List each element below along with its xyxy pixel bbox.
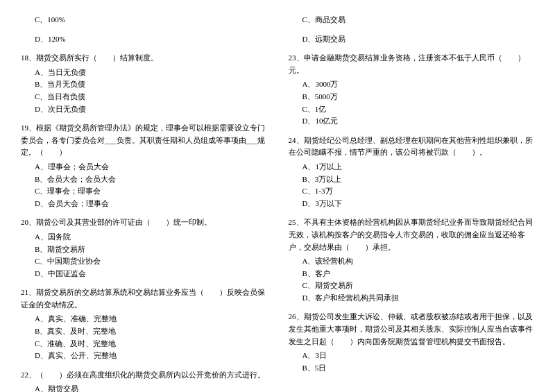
right-column: C、商品交易 D、远期交易 23、申请金融期货交易结算业务资格，注册资本不低于人… [281, 14, 535, 392]
q24-option-d: D、3万以下 [289, 198, 535, 210]
q19-option-c: C、理事会；理事会 [21, 185, 267, 198]
question-19-text: 19、根据《期货交易所管理办法》的规定，理事会可以根据需要设立专门委员会，各专门… [21, 122, 267, 159]
q19-option-d: D、会员大会；理事会 [21, 198, 267, 210]
question-19: 19、根据《期货交易所管理办法》的规定，理事会可以根据需要设立专门委员会，各专门… [21, 122, 267, 210]
q22-option-a: A、期货交易 [21, 383, 267, 392]
q23-option-d: D、10亿元 [289, 115, 535, 128]
question-20: 20、期货公司及其营业部的许可证由（ ）统一印制。 A、国务院 B、期货交易所 … [21, 216, 267, 280]
question-22: 22、（ ）必须在高度组织化的期货交易所内以公开竞价的方式进行。 A、期货交易 … [21, 369, 267, 392]
q23-option-c: C、1亿 [289, 103, 535, 116]
option-text: C、商品交易 [289, 14, 535, 26]
question-21-text: 21、期货交易所的交易结算系统和交易结算业务应当（ ）反映会员保证金的变动情况。 [21, 287, 267, 311]
question-18-text: 18、期货交易所实行（ ）结算制度。 [21, 52, 267, 65]
page: C、100% D、120% 18、期货交易所实行（ ）结算制度。 A、当日无负债… [0, 0, 555, 392]
q18-option-d: D、次日无负债 [21, 103, 267, 116]
left-column: C、100% D、120% 18、期货交易所实行（ ）结算制度。 A、当日无负债… [21, 14, 281, 392]
q20-option-c: C、中国期货业协会 [21, 255, 267, 268]
question-20-text: 20、期货公司及其营业部的许可证由（ ）统一印制。 [21, 216, 267, 229]
question-21: 21、期货交易所的交易结算系统和交易结算业务应当（ ）反映会员保证金的变动情况。… [21, 287, 267, 362]
q19-option-a: A、理事会；会员大会 [21, 161, 267, 173]
q20-option-d: D、中国证监会 [21, 268, 267, 280]
question-18: 18、期货交易所实行（ ）结算制度。 A、当日无负债 B、当月无负债 C、当日有… [21, 52, 267, 115]
question-26: 26、期货公司发生重大诉讼、仲裁、或者股权被冻结或者用于担保，以及发生其他重大事… [289, 311, 535, 374]
q25-option-a: A、该经营机构 [289, 255, 535, 268]
question-23: 23、申请金融期货交易结算业务资格，注册资本不低于人民币（ ）元。 A、3000… [289, 52, 535, 128]
q18-option-b: B、当月无负债 [21, 78, 267, 91]
q21-option-a: A、真实、准确、完整地 [21, 313, 267, 325]
question-23-text: 23、申请金融期货交易结算业务资格，注册资本不低于人民币（ ）元。 [289, 52, 535, 76]
option-text: D、120% [21, 33, 267, 46]
q24-option-c: C、1-3万 [289, 185, 535, 198]
question-26-text: 26、期货公司发生重大诉讼、仲裁、或者股权被冻结或者用于担保，以及发生其他重大事… [289, 311, 535, 348]
q25-option-c: C、期货交易所 [289, 280, 535, 292]
q21-option-d: D、真实、公开、完整地 [21, 350, 267, 362]
q26-option-b: B、5日 [289, 362, 535, 375]
two-column-layout: C、100% D、120% 18、期货交易所实行（ ）结算制度。 A、当日无负债… [21, 14, 534, 392]
question-24-text: 24、期货经纪公司总经理、副总经理在职期间在其他营利性组织兼职，所在公司隐瞒不报… [289, 135, 535, 159]
option-text: D、远期交易 [289, 33, 535, 46]
q20-option-a: A、国务院 [21, 231, 267, 244]
option-c-goods: C、商品交易 [289, 14, 535, 26]
q21-option-b: B、真实、及时、完整地 [21, 325, 267, 338]
question-25-text: 25、不具有主体资格的经营机构因从事期货经纪业务而导致期货经纪合同无效，该机构按… [289, 216, 535, 253]
q21-option-c: C、准确、及时、完整地 [21, 338, 267, 350]
question-25: 25、不具有主体资格的经营机构因从事期货经纪业务而导致期货经纪合同无效，该机构按… [289, 216, 535, 304]
q24-option-a: A、1万以上 [289, 161, 535, 173]
q18-option-a: A、当日无负债 [21, 67, 267, 79]
option-text: C、100% [21, 14, 267, 26]
option-d-forward: D、远期交易 [289, 33, 535, 46]
q18-option-c: C、当日有负债 [21, 91, 267, 103]
option-d120: D、120% [21, 33, 267, 46]
question-22-text: 22、（ ）必须在高度组织化的期货交易所内以公开竞价的方式进行。 [21, 369, 267, 382]
q25-option-b: B、客户 [289, 268, 535, 280]
q23-option-b: B、5000万 [289, 91, 535, 103]
q20-option-b: B、期货交易所 [21, 244, 267, 256]
q23-option-a: A、3000万 [289, 78, 535, 91]
q26-option-a: A、3日 [289, 350, 535, 362]
option-c100: C、100% [21, 14, 267, 26]
q25-option-d: D、客户和经营机构共同承担 [289, 292, 535, 305]
q24-option-b: B、3万以上 [289, 173, 535, 186]
question-24: 24、期货经纪公司总经理、副总经理在职期间在其他营利性组织兼职，所在公司隐瞒不报… [289, 135, 535, 210]
q19-option-b: B、会员大会；会员大会 [21, 173, 267, 186]
